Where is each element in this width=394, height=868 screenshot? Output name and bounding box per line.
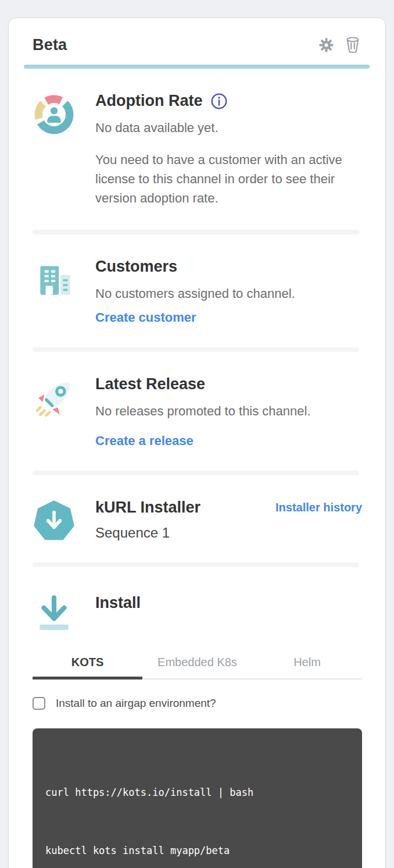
airgap-checkbox[interactable]: [33, 697, 45, 710]
customers-empty-text: No customers assigned to channel.: [95, 284, 362, 303]
install-tabs: KOTS Embedded K8s Helm: [33, 650, 362, 680]
install-body: KOTS Embedded K8s Helm Install to an air…: [9, 650, 385, 868]
adoption-rate-title: Adoption Rate: [95, 92, 202, 110]
kurl-installer-section: kURL Installer Installer history Sequenc…: [9, 475, 385, 563]
customers-section: Customers No customers assigned to chann…: [9, 234, 385, 347]
installer-sequence: Sequence 1: [95, 525, 362, 541]
download-icon: [33, 590, 76, 635]
section-divider: [33, 230, 359, 234]
install-section: Install: [9, 567, 385, 635]
kurl-installer-title: kURL Installer: [95, 499, 200, 517]
channel-title: Beta: [33, 36, 67, 54]
section-divider: [33, 563, 359, 567]
create-customer-link[interactable]: Create customer: [95, 310, 196, 325]
info-icon[interactable]: [210, 93, 228, 110]
airgap-label: Install to an airgap environment?: [56, 697, 216, 710]
install-title: Install: [95, 594, 362, 612]
adoption-empty-text: No data available yet.: [95, 118, 362, 137]
command-line: kubectl kots install myapp/beta: [45, 841, 349, 860]
section-divider: [33, 471, 359, 475]
adoption-rate-section: Adoption Rate No data available yet. You…: [9, 69, 385, 230]
release-empty-text: No releases promoted to this channel.: [95, 401, 362, 421]
install-command-block: curl https://kots.io/install | bash kube…: [33, 728, 362, 868]
create-release-link[interactable]: Create a release: [95, 433, 194, 449]
adoption-description: You need to have a customer with an acti…: [95, 150, 362, 208]
command-line: curl https://kots.io/install | bash: [45, 783, 349, 802]
kurl-heptagon-icon: [33, 499, 76, 543]
card-header: Beta: [9, 18, 385, 54]
trash-icon[interactable]: [343, 35, 362, 54]
latest-release-section: Latest Release No releases promoted to t…: [9, 352, 385, 471]
tab-kots[interactable]: KOTS: [33, 650, 142, 678]
gear-icon[interactable]: [317, 35, 335, 54]
adoption-rate-donut-icon: [33, 92, 76, 208]
header-actions: [317, 35, 362, 54]
tab-helm[interactable]: Helm: [252, 650, 362, 678]
customers-title: Customers: [95, 258, 362, 276]
tab-embedded-k8s[interactable]: Embedded K8s: [142, 650, 252, 678]
channel-card: Beta: [8, 17, 386, 868]
customers-buildings-icon: [33, 258, 76, 325]
latest-release-title: Latest Release: [95, 375, 362, 393]
rocket-icon: [33, 375, 76, 449]
section-divider: [33, 347, 359, 352]
airgap-checkbox-row[interactable]: Install to an airgap environment?: [33, 697, 362, 710]
installer-history-link[interactable]: Installer history: [275, 501, 362, 514]
channel-accent-bar: [24, 65, 370, 69]
